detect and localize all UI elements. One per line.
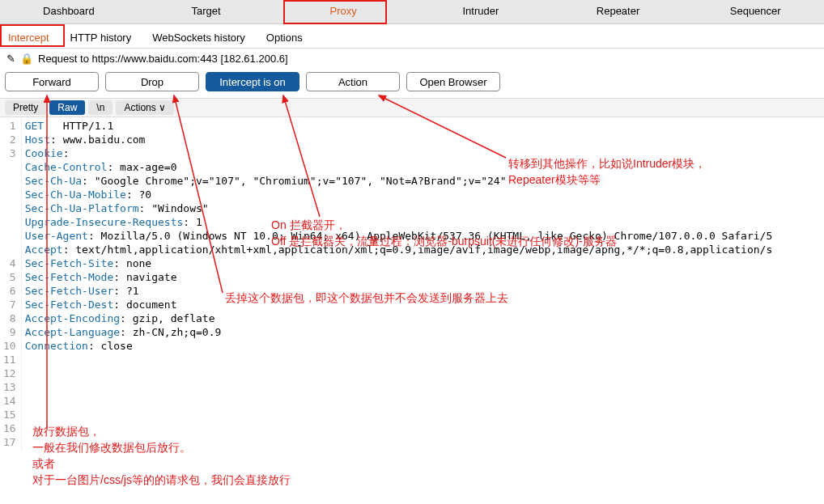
code-content[interactable]: GET HTTP/1.1Host: www.baidu.comCookie:Ca… <box>22 117 824 451</box>
forward-button[interactable]: Forward <box>5 72 99 91</box>
editor-actions-dropdown[interactable]: Actions ∨ <box>116 100 174 115</box>
lock-icon: 🔒 <box>20 53 33 65</box>
subtab-options[interactable]: Options <box>265 28 304 48</box>
subtab-intercept[interactable]: Intercept <box>6 28 51 48</box>
line-gutter: 123 4567891011121314151617 <box>0 117 22 451</box>
editor-tab-raw[interactable]: Raw <box>49 100 85 115</box>
subtab-ws-history[interactable]: WebSockets history <box>151 28 247 48</box>
tab-repeater[interactable]: Repeater <box>550 0 687 23</box>
tab-dashboard[interactable]: Dashboard <box>0 0 138 23</box>
request-info: ✎ 🔒 Request to https://www.baidu.com:443… <box>0 49 824 69</box>
tab-target[interactable]: Target <box>138 0 275 23</box>
top-tab-bar: Dashboard Target Proxy Intruder Repeater… <box>0 0 824 24</box>
request-editor[interactable]: 123 4567891011121314151617 GET HTTP/1.1H… <box>0 117 824 451</box>
drop-button[interactable]: Drop <box>105 72 199 91</box>
editor-tab-pretty[interactable]: Pretty <box>5 100 46 115</box>
tab-proxy[interactable]: Proxy <box>274 0 412 23</box>
edit-icon[interactable]: ✎ <box>6 53 15 65</box>
tab-intruder[interactable]: Intruder <box>412 0 550 23</box>
action-buttons: Forward Drop Intercept is on Action Open… <box>0 69 824 98</box>
request-label: Request to https://www.baidu.com:443 [18… <box>38 53 288 65</box>
action-button[interactable]: Action <box>306 72 400 91</box>
editor-tab-bar: Pretty Raw \n Actions ∨ <box>0 98 824 117</box>
subtab-http-history[interactable]: HTTP history <box>69 28 134 48</box>
editor-tab-newline[interactable]: \n <box>88 100 113 115</box>
open-browser-button[interactable]: Open Browser <box>406 72 500 91</box>
intercept-toggle-button[interactable]: Intercept is on <box>206 72 299 91</box>
tab-sequencer[interactable]: Sequencer <box>686 0 824 23</box>
sub-tab-bar: Intercept HTTP history WebSockets histor… <box>0 24 824 49</box>
